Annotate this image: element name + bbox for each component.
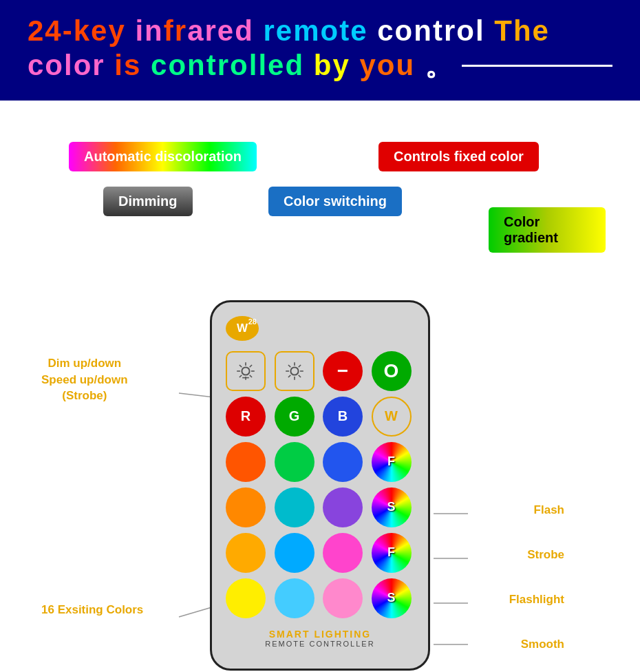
r-label: R <box>241 408 250 424</box>
btn-color-green1[interactable] <box>275 442 314 482</box>
btn-color-lblue[interactable] <box>275 578 314 618</box>
annotation-strobe: Strobe <box>527 548 564 562</box>
btn-color-blue1[interactable] <box>323 442 363 482</box>
btn-g[interactable]: G <box>275 397 314 437</box>
header-line2-wrapper: color is controlled by you 。 <box>28 48 612 83</box>
svg-line-12 <box>250 375 252 377</box>
btn-b[interactable]: B <box>323 397 363 437</box>
btn-minus[interactable]: − <box>323 351 363 391</box>
logo-text: W <box>237 322 248 335</box>
flash-label: F <box>387 454 395 469</box>
minus-symbol: − <box>337 360 348 382</box>
btn-smooth[interactable]: S <box>372 578 412 618</box>
btn-r[interactable]: R <box>226 397 266 437</box>
logo-sup: 28 <box>248 317 257 326</box>
b-label: B <box>338 408 348 424</box>
btn-fade[interactable]: F <box>372 533 412 573</box>
annotation-colors: 16 Exsiting Colors <box>41 603 143 617</box>
btn-flash[interactable]: F <box>372 442 412 482</box>
svg-line-21 <box>288 365 290 367</box>
dim-down-icon <box>235 360 257 382</box>
svg-point-6 <box>242 367 249 375</box>
remote-footer: SMART LIGHTING REMOTE CONTROLLER <box>226 629 414 648</box>
header-banner: 24-key infrared remote control The color… <box>0 0 640 101</box>
strobe-label: S <box>387 500 395 514</box>
svg-line-14 <box>239 375 242 377</box>
btn-color-teal[interactable] <box>275 487 314 527</box>
svg-line-24 <box>288 375 290 377</box>
annotation-flash: Flash <box>534 503 564 517</box>
badge-color-switching: Color switching <box>268 187 402 216</box>
fade-label: F <box>387 545 395 560</box>
button-grid: − O R G B W <box>226 351 414 618</box>
remote-area: Dim up/downSpeed up/down(Strobe) 16 Exsi… <box>0 286 640 672</box>
header-line1: 24-key infrared remote control The <box>28 14 612 48</box>
btn-color-orange3[interactable] <box>226 533 266 573</box>
btn-dim-down[interactable] <box>226 351 266 391</box>
svg-line-23 <box>298 365 300 367</box>
btn-color-purple[interactable] <box>323 487 363 527</box>
svg-line-11 <box>239 365 242 367</box>
g-label: G <box>289 408 300 424</box>
remote-controller-text: REMOTE CONTROLLER <box>226 640 414 648</box>
w-label: W <box>385 408 398 424</box>
on-symbol: O <box>384 360 399 382</box>
svg-line-22 <box>298 375 300 377</box>
features-wrapper: Automatic discoloration Controls fixed c… <box>34 121 606 273</box>
remote-logo: W 28 <box>226 316 414 341</box>
header-line2: color is controlled by you 。 <box>28 48 455 83</box>
badge-auto: Automatic discoloration <box>69 142 257 171</box>
remote-container: Dim up/downSpeed up/down(Strobe) 16 Exsi… <box>21 300 619 671</box>
annotation-smooth: Smooth <box>521 638 564 651</box>
annotation-dim: Dim up/downSpeed up/down(Strobe) <box>41 355 128 404</box>
badge-dimming: Dimming <box>103 187 193 216</box>
btn-strobe[interactable]: S <box>372 487 412 527</box>
svg-point-16 <box>290 367 298 375</box>
svg-line-13 <box>250 365 252 367</box>
annotation-flashlight: Flashlight <box>509 593 564 607</box>
smart-lighting-text: SMART LIGHTING <box>226 629 414 640</box>
badge-gradient: Color gradient <box>489 207 606 253</box>
btn-color-pink[interactable] <box>323 533 363 573</box>
btn-color-orange1[interactable] <box>226 442 266 482</box>
badge-controls: Controls fixed color <box>378 142 539 171</box>
logo-badge: W 28 <box>226 316 259 341</box>
smooth-label: S <box>387 591 395 605</box>
btn-color-sky[interactable] <box>275 533 314 573</box>
remote-body: W 28 <box>210 300 430 671</box>
btn-dim-up[interactable] <box>275 351 314 391</box>
btn-w[interactable]: W <box>372 397 412 437</box>
dim-up-icon <box>284 360 306 382</box>
btn-color-orange2[interactable] <box>226 487 266 527</box>
btn-on[interactable]: O <box>372 351 412 391</box>
btn-color-mpink[interactable] <box>323 578 363 618</box>
header-underline <box>462 65 612 67</box>
features-area: Automatic discoloration Controls fixed c… <box>0 101 640 286</box>
btn-color-yellow[interactable] <box>226 578 266 618</box>
